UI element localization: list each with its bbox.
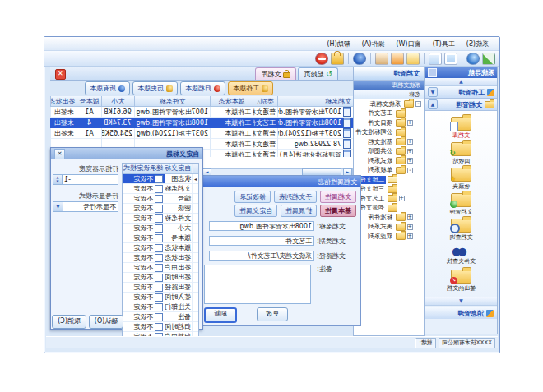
tab-basic-props[interactable]: 基本属性 — [320, 205, 356, 217]
inherit-checkbox[interactable] — [155, 175, 163, 183]
column-header-caption[interactable]: 自定义标题 — [165, 164, 192, 173]
doc-name-field[interactable]: 1008出水管零件图.dwg — [209, 221, 314, 231]
column-header-doc-name[interactable]: 文档名称 — [277, 96, 353, 107]
archive-version-button[interactable]: 归档版本 — [180, 81, 225, 95]
tree-node[interactable]: + 欧式系列 — [354, 156, 424, 166]
message-manage-button[interactable]: 消息管理 — [425, 307, 497, 319]
caption-grid-row[interactable]: 签出时间 不设定 — [123, 273, 198, 283]
inherit-checkbox[interactable] — [155, 284, 163, 292]
caption-grid-row[interactable]: 文件名称 不设定 — [123, 214, 198, 224]
spinner-icons[interactable]: ▲▼ — [53, 175, 63, 184]
caption-grid-row[interactable]: 签出用户 不设定 — [123, 263, 198, 273]
sidebar-item-doc-library[interactable]: 文档库 — [425, 114, 497, 140]
tree-node[interactable]: + 工艺文件 — [354, 194, 424, 204]
tree-node[interactable]: 包装文件 — [354, 204, 424, 214]
tab-change-log[interactable]: 修改记录 — [234, 191, 271, 203]
inherit-checkbox[interactable] — [155, 323, 163, 331]
info-icon[interactable] — [353, 53, 366, 65]
chevron-down-icon[interactable]: ▼ — [428, 87, 438, 97]
indicator-width-stepper[interactable]: -1 ▲▼ — [53, 174, 118, 185]
lock-icon[interactable] — [331, 53, 344, 65]
tree-node[interactable]: + 标准件库 — [354, 213, 424, 223]
caption-grid-row[interactable]: 密级 不设定 — [123, 204, 198, 214]
tab-doc-library[interactable]: 文档库 — [255, 67, 296, 80]
inherit-checkbox[interactable] — [155, 234, 163, 242]
caption-grid-row[interactable]: 大小 不设定 — [123, 224, 198, 233]
tree-expander-icon[interactable]: + — [407, 158, 413, 164]
caption-grid-row[interactable]: 备注 不设定 — [123, 312, 198, 322]
column-header-checkout[interactable]: 签出状态 — [50, 96, 77, 107]
inherit-checkbox[interactable] — [155, 274, 163, 282]
tree-expander-icon[interactable]: + — [407, 224, 413, 230]
tree-expander-icon[interactable]: + — [407, 214, 413, 220]
table-row[interactable]: 1007出水管零件图.dwg 普通文档 工作版本 1007出水管零件图.dwg … — [50, 107, 353, 118]
tree-node[interactable]: 公司标准文件 — [354, 128, 424, 138]
table-row[interactable]: 2037主柜(12204).dwg 普通文档 工作版本 2037主柜(12204… — [50, 128, 353, 139]
tree-expander-icon[interactable]: - — [407, 168, 413, 173]
tree-node[interactable]: 二维文件 — [354, 175, 424, 185]
history-version-button[interactable]: 历史版本 — [132, 81, 178, 95]
inherit-checkbox[interactable] — [155, 185, 163, 193]
tree-expander-icon[interactable]: + — [399, 196, 405, 201]
menu-actions[interactable]: 操作(A) — [356, 39, 391, 49]
address-book-icon[interactable] — [391, 53, 404, 65]
caption-grid-row[interactable]: 关注部门 不设定 — [123, 302, 198, 312]
doc-category-field[interactable]: 工艺文件 — [209, 236, 314, 246]
confirm-button[interactable]: 确认(O) — [89, 315, 123, 329]
stop-icon[interactable] — [315, 53, 328, 65]
column-header-file-name[interactable]: 文件名称 — [134, 96, 210, 107]
inherit-checkbox[interactable] — [155, 224, 163, 233]
caption-grid-row[interactable]: 文档名称 不设定 — [123, 184, 198, 194]
sidebar-item-folder-find[interactable]: ●● 文件夹查找 — [425, 242, 497, 267]
inherit-checkbox[interactable] — [155, 205, 163, 213]
modules-icon[interactable] — [482, 53, 495, 65]
table-row[interactable]: 1008出水管零件图.dwg 工艺文件 工作版本 1008出水管零件图.dwg … — [50, 118, 353, 128]
work-version-button[interactable]: 工作版本 — [228, 81, 273, 95]
nav-group-work[interactable]: 工作管理 ▼ — [425, 86, 497, 99]
inherit-checkbox[interactable] — [155, 264, 163, 272]
column-header-size[interactable]: 大小 — [101, 96, 134, 107]
chevron-down-icon[interactable]: ▼ — [53, 202, 63, 211]
caption-grid-row[interactable]: 签入时间 不设定 — [123, 293, 198, 302]
chevron-up-icon[interactable]: ▲ — [428, 99, 438, 109]
tree-column-header[interactable]: 名称 — [354, 90, 424, 99]
inherit-checkbox[interactable] — [155, 303, 163, 311]
all-version-button[interactable]: 所有版本 — [85, 81, 130, 95]
tree-node[interactable]: + 公共图纸 — [354, 147, 424, 157]
tree-expander-icon[interactable]: + — [407, 149, 413, 154]
tab-doc-props[interactable]: 文档属性 — [320, 191, 356, 203]
tree-node[interactable]: - 系统文档库 — [354, 99, 424, 109]
caption-grid-row[interactable]: 版本号 不设定 — [123, 233, 198, 243]
remark-textarea[interactable] — [204, 265, 311, 304]
inherit-checkbox[interactable] — [155, 195, 163, 203]
menu-help[interactable]: 帮助(H) — [321, 39, 355, 49]
tree-node[interactable]: 三维文件 — [354, 185, 424, 195]
tab-sub-docs[interactable]: 子文档列表 — [274, 191, 317, 203]
column-header-version-state[interactable]: 版本状态 — [210, 96, 253, 107]
caption-grid-row[interactable]: 版本状态 不设定 — [123, 243, 198, 253]
doc-path-field[interactable]: 系统文档夹/工艺文件/ — [209, 251, 314, 261]
tree-expander-icon[interactable]: - — [415, 101, 421, 107]
tab-start-page[interactable]: ↻ 起始页 — [298, 67, 338, 80]
change-button[interactable]: 更改 — [257, 307, 288, 321]
sidebar-item-checked-out[interactable]: ✓ 签出的文档 — [425, 267, 497, 293]
tree-expander-icon[interactable]: + — [407, 120, 413, 126]
tree-node[interactable]: 工艺文件 — [354, 109, 424, 119]
inherit-checkbox[interactable] — [155, 293, 163, 302]
refresh-button[interactable]: 刷新 — [204, 307, 237, 323]
cancel-button[interactable]: 取消(C) — [52, 315, 86, 329]
column-header-mode[interactable]: 继承设定模式 — [123, 164, 165, 173]
pin-icon[interactable] — [428, 68, 437, 77]
sidebar-item-recycle-bin[interactable]: ↺ 回收站 — [425, 140, 497, 165]
close-tab-button[interactable]: ✕ — [55, 69, 66, 80]
menu-window[interactable]: 窗口(W) — [390, 39, 426, 49]
tab-extended-props[interactable]: 扩展属性 — [281, 205, 317, 217]
tile-windows-icon[interactable] — [444, 53, 457, 65]
column-header-version[interactable]: 版本号 — [77, 96, 101, 107]
inherit-checkbox[interactable] — [155, 313, 163, 321]
caption-grid-row[interactable]: 签出状态 不设定 — [123, 253, 198, 263]
inherit-checkbox[interactable] — [155, 214, 163, 223]
tree-node[interactable]: - 单板系列 — [354, 166, 424, 176]
tab-custom-props[interactable]: 自定义属性 — [234, 205, 277, 217]
tree-node[interactable]: + 美式系列 — [354, 223, 424, 233]
